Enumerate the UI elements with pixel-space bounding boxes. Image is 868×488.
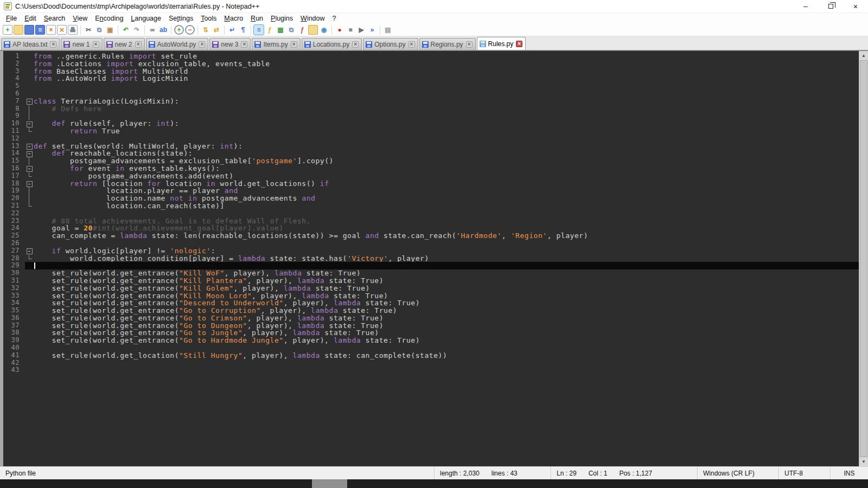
status-eol-format[interactable]: Windows (CR LF) [697, 467, 778, 479]
word-wrap-icon[interactable]: ↵ [227, 25, 237, 35]
tab-close-icon[interactable]: × [409, 41, 415, 48]
close-doc-icon[interactable]: × [46, 25, 56, 35]
fold-marker [25, 53, 34, 60]
function-list-icon[interactable]: ƒ [297, 25, 307, 35]
zoom-out-icon[interactable]: − [185, 25, 195, 35]
menu-item-run[interactable]: Run [247, 14, 267, 23]
tab-close-icon[interactable]: × [352, 41, 359, 48]
minimize-button[interactable]: — [793, 0, 818, 12]
cut-icon[interactable]: ✂ [84, 25, 93, 35]
sync-scroll-v-icon[interactable]: ⇅ [201, 25, 210, 35]
stop-macro-icon[interactable]: ■ [346, 25, 355, 35]
tab-close-icon[interactable]: × [135, 41, 142, 48]
replace-icon[interactable]: ab [158, 25, 168, 35]
tab-close-icon[interactable]: × [291, 41, 297, 48]
fold-marker [25, 262, 34, 269]
folder-workspace-icon[interactable] [308, 25, 318, 35]
fold-marker[interactable] [25, 247, 34, 255]
tab-close-icon[interactable]: × [466, 41, 473, 48]
fold-marker[interactable] [25, 143, 34, 150]
code-text: from ..generic.Rules import set_rule [34, 53, 197, 60]
tab-options-py[interactable]: Options.py× [363, 38, 418, 50]
title-bar: C:\Users\Dood\Documents\tmp\Archipelago\… [0, 0, 868, 13]
fold-marker[interactable] [25, 150, 34, 157]
menu-item-file[interactable]: File [2, 14, 21, 23]
indent-guide-icon[interactable]: ≡ [254, 25, 264, 35]
editor[interactable]: 1from ..generic.Rules import set_rule2fr… [0, 50, 868, 466]
menu-item-tools[interactable]: Tools [197, 14, 220, 23]
menu-item-language[interactable]: Language [127, 14, 165, 23]
find-icon[interactable]: ∞ [148, 25, 157, 35]
fold-marker[interactable] [25, 98, 34, 105]
status-length-lines: length : 2,030 lines : 43 [434, 467, 551, 479]
close-button[interactable]: ✕ [843, 0, 868, 12]
menu-item-edit[interactable]: Edit [21, 14, 40, 23]
tab-rules-py[interactable]: Rules.py× [477, 37, 526, 50]
scrollbar-thumb[interactable] [860, 60, 867, 457]
new-file-icon[interactable]: + [3, 25, 12, 35]
run-macro-multi-icon[interactable]: » [367, 25, 377, 35]
vertical-scrollbar[interactable]: ▲ ▼ [859, 51, 868, 466]
document-map-icon[interactable]: ▦ [276, 25, 285, 35]
record-macro-icon[interactable]: ● [335, 25, 344, 35]
menu-item-settings[interactable]: Settings [165, 14, 197, 23]
save-all-icon[interactable]: ≡ [35, 25, 45, 35]
menu-item-encoding[interactable]: Encoding [91, 14, 127, 23]
tab-new-2[interactable]: new 2× [104, 38, 145, 50]
open-folder-icon[interactable] [14, 25, 23, 35]
menu-bar: FileEditSearchViewEncodingLanguageSettin… [0, 13, 868, 24]
paste-icon[interactable]: ▣ [105, 25, 115, 35]
tab-items-py[interactable]: Items.py× [252, 38, 300, 50]
sync-scroll-h-icon[interactable]: ⇄ [212, 25, 221, 35]
copy-icon[interactable]: ⧉ [94, 25, 104, 35]
tab-close-icon[interactable]: × [93, 41, 99, 48]
tab-close-icon[interactable]: × [50, 41, 56, 48]
tab-regions-py[interactable]: Regions.py× [419, 38, 476, 50]
code-line: 39 set_rule(world.get_entrance("Go to Ha… [3, 337, 859, 344]
undo-icon[interactable]: ↶ [121, 25, 131, 35]
status-insert-mode[interactable]: INS [830, 467, 868, 479]
redo-icon[interactable]: ↷ [132, 25, 142, 35]
line-number: 12 [3, 135, 25, 143]
tab-autoworld-py[interactable]: AutoWorld.py× [146, 38, 209, 50]
scroll-up-icon[interactable]: ▲ [859, 51, 868, 60]
toolbar: +≡×⨯🖶✂⧉▣↶↷∞ab+−⇅⇄↵¶≡ƒ▦⧉ƒ◉●■▶»▤ [0, 24, 868, 36]
tab-close-icon[interactable]: × [199, 41, 205, 48]
fold-marker[interactable] [25, 165, 34, 172]
menu-item-help[interactable]: ? [329, 14, 340, 23]
zoom-in-icon[interactable]: + [174, 25, 184, 35]
monitoring-eye-icon[interactable]: ◉ [319, 25, 329, 35]
code-area[interactable]: 1from ..generic.Rules import set_rule2fr… [3, 51, 859, 466]
print-icon[interactable]: 🖶 [68, 25, 78, 35]
menu-item-search[interactable]: Search [40, 14, 69, 23]
tab-ap-ideas-txt[interactable]: AP Ideas.txt× [1, 38, 60, 50]
tab-locations-py[interactable]: Locations.py× [302, 38, 362, 50]
fold-marker[interactable] [25, 180, 34, 188]
tab-label: new 2 [115, 41, 132, 48]
fold-marker[interactable] [25, 120, 34, 127]
menu-item-macro[interactable]: Macro [220, 14, 247, 23]
code-line: 41 set_rule(world.get_location("Still Hu… [3, 352, 859, 359]
menu-item-window[interactable]: Window [297, 14, 328, 23]
status-encoding[interactable]: UTF-8 [778, 467, 830, 479]
code-text: from .Locations import exclusion_table, … [34, 60, 270, 68]
save-macro-icon[interactable]: ▤ [383, 25, 393, 35]
tab-close-icon[interactable]: × [241, 41, 247, 48]
play-macro-icon[interactable]: ▶ [356, 25, 366, 35]
show-all-chars-icon[interactable]: ¶ [238, 25, 248, 35]
code-line: 15 postgame_advancements = exclusion_tab… [3, 157, 859, 165]
save-icon[interactable] [24, 25, 34, 35]
menu-item-view[interactable]: View [69, 14, 91, 23]
code-line: 42 [3, 359, 859, 367]
file-save-state-icon [149, 41, 155, 48]
scroll-down-icon[interactable]: ▼ [859, 457, 868, 466]
tab-close-icon[interactable]: × [516, 41, 522, 47]
tab-new-3[interactable]: new 3× [209, 38, 251, 50]
restore-button[interactable] [818, 0, 843, 12]
line-number: 35 [3, 307, 25, 314]
document-switcher-icon[interactable]: ⧉ [286, 25, 296, 35]
close-all-docs-icon[interactable]: ⨯ [57, 25, 67, 35]
tab-new-1[interactable]: new 1× [61, 38, 102, 50]
menu-item-plugins[interactable]: Plugins [267, 14, 297, 23]
function-completion-icon[interactable]: ƒ [265, 25, 275, 35]
